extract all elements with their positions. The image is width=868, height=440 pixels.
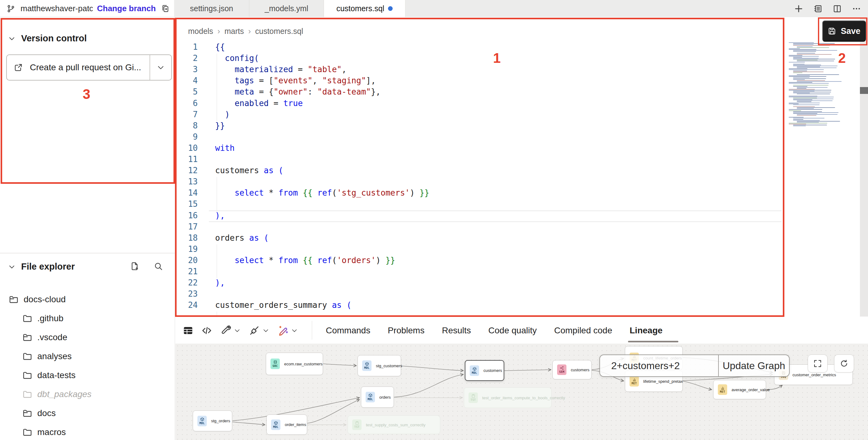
lineage-node-src_raw[interactable]: SRCecom.raw_customers — [266, 353, 323, 375]
minimap-line — [793, 71, 824, 72]
minimap-line — [793, 79, 805, 80]
file-row-.github[interactable]: .github — [22, 311, 63, 326]
tab-results[interactable]: Results — [442, 325, 471, 336]
node-label: customer_order_metrics — [793, 373, 836, 377]
node-label: stg_customers — [376, 364, 402, 368]
tab-models-yml[interactable]: _models.yml — [249, 0, 324, 17]
pr-button-dropdown[interactable] — [150, 55, 171, 80]
build-tools-group[interactable] — [220, 325, 241, 336]
node-label: ecom.raw_customers — [284, 362, 323, 366]
code-line: customers as ( — [215, 166, 283, 175]
minimap-line — [793, 93, 810, 93]
lineage-node-tst_supply[interactable]: TSTtest_supply_costs_sum_correctly — [348, 415, 440, 434]
minimap[interactable] — [789, 41, 859, 135]
save-floppy-icon — [828, 27, 836, 35]
file-row-.vscode[interactable]: .vscode — [22, 330, 67, 345]
fullscreen-button[interactable] — [808, 354, 828, 373]
minimap-line — [797, 114, 838, 115]
editor-scrollbar[interactable] — [860, 18, 868, 317]
minimap-line — [789, 83, 829, 84]
lineage-node-stg_customers[interactable]: MDLstg_customers — [358, 355, 401, 376]
chevron-down-icon — [8, 263, 16, 271]
minimap-line — [793, 111, 822, 112]
code-area[interactable]: 1{{2 config(3 materialized = "table",4 t… — [175, 37, 783, 317]
outline-panel-icon[interactable] — [813, 3, 823, 14]
line-number: 6 — [175, 99, 198, 108]
node-badge-mdl-icon: MDL — [197, 416, 207, 426]
lineage-graph[interactable]: SRCecom.raw_customersMDLstg_customersMDL… — [175, 344, 868, 440]
split-editor-icon[interactable] — [832, 3, 842, 14]
file-row-dbt_packages[interactable]: dbt_packages — [22, 387, 91, 402]
line-number: 7 — [175, 110, 198, 119]
node-label: orders — [379, 395, 391, 400]
lineage-selector-box: 2+customers+2 Update Graph — [599, 354, 789, 377]
minimap-line — [789, 96, 817, 96]
new-tab-plus-icon[interactable] — [794, 3, 804, 14]
code-line: config( — [215, 54, 259, 63]
node-label: customers — [571, 368, 589, 372]
line-number: 20 — [175, 256, 198, 265]
code-line: {{ — [215, 42, 225, 52]
tab-settings-json[interactable]: settings.json — [174, 0, 249, 17]
minimap-line — [797, 80, 825, 81]
lineage-node-orders[interactable]: MDLorders — [361, 386, 394, 408]
tab-lineage[interactable]: Lineage — [629, 325, 662, 336]
lineage-selector-input[interactable]: 2+customers+2 — [600, 360, 718, 372]
search-files-icon[interactable] — [153, 261, 163, 272]
ai-fix-group[interactable] — [277, 325, 298, 336]
tab-compiled-code[interactable]: Compiled code — [554, 325, 612, 336]
minimap-line — [789, 68, 807, 69]
scrollbar-thumb[interactable] — [860, 87, 868, 94]
update-graph-button[interactable]: Update Graph — [718, 355, 789, 376]
version-control-header[interactable]: Version control — [8, 33, 87, 43]
lineage-node-customers_mdl[interactable]: MDLcustomers — [465, 360, 504, 381]
lineage-node-order_items[interactable]: MDLorder_items — [267, 414, 307, 435]
results-table-icon[interactable] — [183, 325, 193, 336]
format-group[interactable] — [249, 325, 269, 336]
lineage-node-customers_sem[interactable]: SEMcustomers — [553, 360, 592, 379]
file-row-docs-cloud[interactable]: docs-cloud — [9, 292, 66, 307]
tab-problems[interactable]: Problems — [388, 325, 424, 336]
lineage-node-avg_order[interactable]: METaverage_order_value — [713, 380, 766, 399]
refresh-graph-button[interactable] — [834, 354, 854, 373]
file-explorer-title: File explorer — [21, 261, 74, 272]
lineage-node-tst_order_items[interactable]: TSTtest_order_items_compute_to_bools_cor… — [464, 387, 552, 408]
minimap-line — [793, 104, 819, 105]
more-options-icon[interactable] — [851, 3, 862, 14]
save-button[interactable]: Save — [822, 21, 866, 42]
section-divider — [0, 253, 175, 253]
code-line: ) — [215, 110, 230, 119]
file-explorer-header[interactable]: File explorer — [8, 261, 74, 272]
copy-branch-icon[interactable] — [160, 3, 171, 14]
minimap-line — [793, 118, 825, 119]
file-row-macros[interactable]: macros — [22, 425, 66, 440]
line-number: 2 — [175, 54, 198, 63]
tab-code-quality[interactable]: Code quality — [488, 325, 537, 336]
file-row-analyses[interactable]: analyses — [22, 349, 72, 364]
lineage-node-stg_orders[interactable]: MDLstg_orders — [193, 410, 232, 431]
code-view-icon[interactable] — [202, 325, 212, 336]
line-number: 15 — [175, 199, 198, 209]
new-file-icon[interactable] — [129, 261, 140, 272]
minimap-line — [797, 53, 815, 54]
top-bar: matthewshaver-patc Change branch setting… — [0, 0, 868, 17]
line-number: 24 — [175, 301, 198, 310]
create-pull-request-button[interactable]: Create a pull request on Gi... — [6, 55, 172, 81]
minimap-line — [793, 119, 803, 120]
minimap-line — [789, 75, 810, 76]
line-number: 4 — [175, 76, 198, 85]
minimap-line — [793, 86, 807, 87]
minimap-line — [797, 67, 820, 67]
minimap-line — [793, 78, 826, 79]
tab-customers-sql[interactable]: customers.sql — [324, 0, 405, 17]
file-row-docs[interactable]: docs — [22, 406, 56, 421]
minimap-line — [797, 115, 816, 116]
line-number: 11 — [175, 155, 198, 164]
minimap-line — [793, 91, 814, 91]
minimap-line — [793, 106, 815, 107]
minimap-line — [793, 59, 835, 59]
change-branch-link[interactable]: Change branch — [97, 4, 156, 13]
indent-guide — [217, 54, 217, 121]
file-row-data-tests[interactable]: data-tests — [22, 368, 75, 383]
tab-commands[interactable]: Commands — [326, 325, 370, 336]
